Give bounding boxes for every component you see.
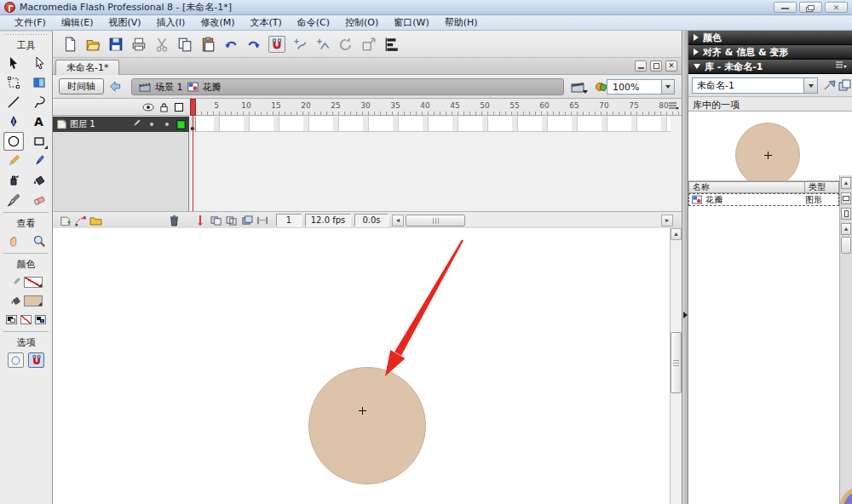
- gradient-transform-tool-icon[interactable]: [29, 73, 49, 92]
- add-motion-guide-icon[interactable]: [73, 214, 88, 227]
- doc-close-button[interactable]: ✕: [665, 60, 677, 72]
- layer-frames-row[interactable]: [190, 117, 671, 132]
- smooth-icon[interactable]: [291, 36, 308, 53]
- fill-color-swatch[interactable]: [24, 295, 43, 306]
- default-colors-icon[interactable]: [6, 315, 17, 324]
- redo-icon[interactable]: [245, 36, 262, 53]
- pin-library-icon[interactable]: [823, 79, 838, 92]
- straighten-icon[interactable]: [314, 36, 331, 53]
- align-info-transform-panel-header[interactable]: 对齐 & 信息 & 变形: [688, 45, 852, 60]
- library-options-menu-icon[interactable]: [835, 60, 847, 72]
- panel-divider[interactable]: [682, 31, 688, 504]
- breadcrumb-scene[interactable]: 场景 1: [155, 81, 183, 94]
- menu-control[interactable]: 控制(O): [337, 15, 386, 30]
- collapse-arrow-icon[interactable]: [683, 312, 688, 318]
- onion-skin-icon[interactable]: [209, 214, 223, 227]
- line-tool-icon[interactable]: [3, 93, 24, 112]
- edit-multiple-frames-icon[interactable]: [239, 214, 254, 227]
- library-document-dropdown-icon[interactable]: [803, 78, 817, 93]
- breadcrumb-symbol[interactable]: 花瓣: [203, 81, 222, 94]
- library-document-select[interactable]: 未命名-1: [692, 77, 818, 94]
- type-column-header[interactable]: 类型: [805, 181, 839, 193]
- menu-insert[interactable]: 插入(I): [149, 15, 193, 30]
- paste-icon[interactable]: [199, 36, 216, 53]
- zoom-dropdown-button[interactable]: [661, 80, 674, 94]
- oval-tool-icon[interactable]: [3, 132, 24, 151]
- menu-edit[interactable]: 编辑(E): [54, 15, 101, 30]
- menu-modify[interactable]: 修改(M): [193, 15, 242, 30]
- no-color-icon[interactable]: [20, 315, 32, 324]
- stroke-color-swatch[interactable]: [24, 277, 43, 288]
- scale-icon[interactable]: [360, 36, 377, 53]
- document-tab[interactable]: 未命名-1*: [55, 60, 119, 75]
- layer-lock-dot-icon[interactable]: [165, 123, 169, 126]
- doc-minimize-button[interactable]: [635, 60, 647, 72]
- restore-button[interactable]: [799, 2, 822, 13]
- show-hide-layers-icon[interactable]: [141, 101, 155, 113]
- eyedropper-tool-icon[interactable]: [3, 191, 24, 209]
- selection-tool-icon[interactable]: [3, 54, 24, 72]
- minimize-button[interactable]: [774, 2, 797, 13]
- subselection-tool-icon[interactable]: [29, 54, 49, 72]
- back-arrow-icon[interactable]: [107, 79, 123, 94]
- onion-skin-outlines-icon[interactable]: [224, 214, 239, 227]
- menu-commands[interactable]: 命令(C): [290, 15, 337, 30]
- library-item-row[interactable]: 花瓣 图形: [688, 193, 839, 206]
- timeline-toggle-button[interactable]: 时间轴: [59, 78, 104, 94]
- scroll-up-icon[interactable]: ▴: [841, 177, 851, 189]
- insert-layer-folder-icon[interactable]: [89, 214, 103, 227]
- eraser-tool-icon[interactable]: [29, 191, 49, 209]
- open-icon[interactable]: [84, 36, 101, 53]
- menu-text[interactable]: 文本(T): [242, 15, 289, 30]
- menu-view[interactable]: 视图(V): [101, 15, 148, 30]
- frame-ruler[interactable]: 5 10 15 20 25 30 35 40 45 50 55 60 65 70…: [190, 99, 682, 116]
- doc-restore-button[interactable]: [650, 60, 662, 72]
- zoom-level-combo[interactable]: 100%: [607, 79, 675, 94]
- print-icon[interactable]: [130, 36, 147, 53]
- rectangle-tool-icon[interactable]: [29, 132, 49, 151]
- timeline-options-menu-icon[interactable]: [668, 101, 680, 112]
- scroll-left-icon[interactable]: ◂: [392, 215, 404, 226]
- copy-icon[interactable]: [176, 36, 193, 53]
- scroll-up-small-icon[interactable]: ▴: [841, 223, 851, 235]
- hand-tool-icon[interactable]: [3, 232, 24, 250]
- frame-rate-indicator[interactable]: 12.0 fps: [305, 214, 351, 226]
- playhead[interactable]: [190, 99, 196, 116]
- petal-circle-shape[interactable]: [308, 367, 426, 484]
- scroll-up-icon[interactable]: ▴: [671, 228, 682, 240]
- layer-visible-dot-icon[interactable]: [150, 123, 153, 126]
- save-icon[interactable]: [107, 36, 124, 53]
- pencil-tool-icon[interactable]: [3, 152, 24, 170]
- menu-file[interactable]: 文件(F): [7, 15, 54, 30]
- narrow-library-view-icon[interactable]: [841, 208, 851, 220]
- timeline-horizontal-scrollbar[interactable]: ◂ ▸: [392, 215, 673, 226]
- menu-window[interactable]: 窗口(W): [386, 15, 436, 30]
- color-panel-header[interactable]: 颜色: [688, 31, 852, 45]
- rotate-icon[interactable]: [337, 36, 354, 53]
- ink-bottle-tool-icon[interactable]: [3, 171, 24, 190]
- name-column-header[interactable]: 名称: [688, 181, 805, 193]
- snap-option-icon[interactable]: [28, 352, 44, 368]
- pen-tool-icon[interactable]: [3, 112, 24, 131]
- library-scroll-thumb[interactable]: [841, 237, 851, 254]
- wide-library-view-icon[interactable]: [841, 192, 851, 204]
- menu-help[interactable]: 帮助(H): [437, 15, 486, 30]
- swap-colors-icon[interactable]: [35, 315, 46, 324]
- stage[interactable]: ▴: [53, 228, 682, 504]
- outline-layers-icon[interactable]: [172, 101, 186, 113]
- undo-icon[interactable]: [222, 36, 239, 53]
- library-list-empty-area[interactable]: [688, 206, 839, 504]
- new-library-window-icon[interactable]: [838, 79, 852, 92]
- stage-vertical-scrollbar[interactable]: ▴: [670, 228, 682, 504]
- stage-scroll-thumb[interactable]: [671, 332, 682, 393]
- layer-name[interactable]: 图层 1: [70, 118, 95, 130]
- zoom-tool-icon[interactable]: [29, 232, 49, 250]
- modify-onion-markers-icon[interactable]: [255, 214, 269, 227]
- object-drawing-option-icon[interactable]: [8, 352, 24, 368]
- lasso-tool-icon[interactable]: [29, 93, 49, 112]
- layer-outline-color-swatch[interactable]: [177, 121, 185, 129]
- text-tool-icon[interactable]: A: [29, 112, 49, 131]
- free-transform-tool-icon[interactable]: [3, 73, 24, 92]
- cut-icon[interactable]: [153, 36, 170, 53]
- new-document-icon[interactable]: [61, 36, 78, 53]
